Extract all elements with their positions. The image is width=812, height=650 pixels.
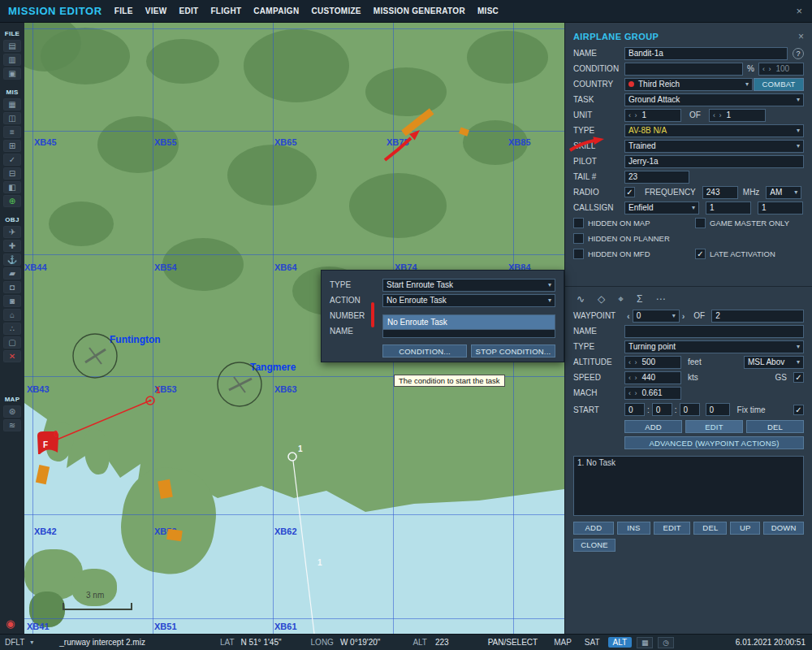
late-activation-checkbox[interactable] <box>695 249 706 259</box>
unit-count-spinner[interactable]: ‹ › 1 <box>624 109 681 122</box>
waypoint-index-dropdown[interactable]: 0 ▾ <box>633 310 680 323</box>
start-seconds-input[interactable] <box>680 403 700 416</box>
task-edit-button[interactable]: EDIT <box>654 522 690 535</box>
hidden-on-map-checkbox[interactable] <box>573 218 584 228</box>
window-close-icon[interactable]: × <box>796 5 802 17</box>
callsign-dropdown[interactable]: Enfield ▾ <box>624 202 699 214</box>
open-mission-icon[interactable]: ▥ <box>3 54 21 66</box>
waypoint-name-input[interactable] <box>624 325 804 338</box>
ship-icon[interactable]: ⚓ <box>3 254 21 266</box>
gs-checkbox[interactable] <box>793 372 804 383</box>
static-object-icon[interactable]: ◘ <box>3 281 21 293</box>
tail-number-input[interactable] <box>624 171 689 184</box>
waypoint-task-list[interactable]: 1. No Task <box>573 456 804 516</box>
white-waypoint-circle[interactable] <box>288 453 296 461</box>
record-icon[interactable]: ◉ <box>6 618 15 630</box>
pilot-input[interactable] <box>624 155 804 168</box>
task-up-button[interactable]: UP <box>730 522 760 535</box>
waypoint-edit-button[interactable]: EDIT <box>685 420 743 433</box>
spinner-arrows-icon[interactable]: ‹ › <box>628 374 638 382</box>
spinner-arrows-icon[interactable]: ‹ › <box>628 358 638 366</box>
altitude-ref-dropdown[interactable]: MSL Abov ▾ <box>744 356 804 369</box>
menu-edit[interactable]: EDIT <box>179 6 198 15</box>
fly-mission-icon[interactable]: ⊕ <box>3 195 21 207</box>
waypoint-type-dropdown[interactable]: Turning point ▾ <box>624 340 804 353</box>
skill-dropdown[interactable]: Trained ▾ <box>624 140 804 153</box>
fix-time-checkbox[interactable] <box>793 405 804 415</box>
game-master-only-checkbox[interactable] <box>695 218 706 228</box>
callsign-number-input[interactable] <box>758 202 803 214</box>
group-name-input[interactable] <box>624 47 788 60</box>
trigger-zones-icon[interactable]: ⊞ <box>3 140 21 152</box>
aircraft-type-dropdown[interactable]: AV-8B N/A ▾ <box>624 124 804 137</box>
task-dropdown[interactable]: Ground Attack ▾ <box>624 93 804 106</box>
save-mission-icon[interactable]: ▣ <box>3 67 21 80</box>
task-list-item[interactable]: 1. No Task <box>577 458 800 467</box>
hidden-on-mfd-checkbox[interactable] <box>573 249 584 259</box>
group-icon[interactable]: ∴ <box>3 323 21 335</box>
helicopter-icon[interactable]: ✚ <box>3 240 21 252</box>
combat-button[interactable]: COMBAT <box>754 78 804 91</box>
summary-tool-icon[interactable]: Σ <box>637 293 642 305</box>
route-tool-icon[interactable]: ∿ <box>577 293 585 305</box>
delete-object-icon[interactable]: ✕ <box>3 350 21 362</box>
stop-condition-button[interactable]: STOP CONDITION... <box>471 344 555 358</box>
map-view-button[interactable]: MAP <box>549 637 577 648</box>
triggers-icon[interactable]: ≡ <box>3 126 21 138</box>
speed-spinner[interactable]: ‹ › 440 <box>624 371 681 384</box>
console-icon[interactable]: ▦ <box>637 637 653 648</box>
mach-spinner[interactable]: ‹ › 0.661 <box>624 387 681 400</box>
advanced-waypoint-actions-button[interactable]: ADVANCED (WAYPOINT ACTIONS) <box>624 436 804 449</box>
menu-view[interactable]: VIEW <box>145 6 167 15</box>
prev-waypoint-icon[interactable]: ‹ <box>624 311 633 321</box>
hidden-on-planner-checkbox[interactable] <box>573 233 584 244</box>
menu-mission-generator[interactable]: MISSION GENERATOR <box>374 6 465 15</box>
target-tool-icon[interactable]: ⌖ <box>618 293 624 305</box>
start-hours-input[interactable] <box>624 403 645 416</box>
spinner-arrows-icon[interactable]: ‹ › <box>628 389 638 397</box>
start-day-input[interactable] <box>706 403 730 416</box>
task-add-button[interactable]: ADD <box>573 522 614 535</box>
start-minutes-input[interactable] <box>652 403 672 416</box>
coord-system-dropdown[interactable]: DFLT ▾ <box>5 638 33 647</box>
airplane-icon[interactable]: ✈ <box>3 226 21 238</box>
briefing-icon[interactable]: ▦ <box>3 98 21 110</box>
spinner-arrows-icon[interactable]: ‹ › <box>713 111 723 119</box>
zone-tool-icon[interactable]: ◇ <box>598 293 605 305</box>
spinner-arrows-icon[interactable]: ‹ › <box>762 65 772 73</box>
sat-view-button[interactable]: SAT <box>580 637 605 648</box>
task-down-button[interactable]: DOWN <box>763 522 804 535</box>
mission-options-icon[interactable]: ⊟ <box>3 167 21 180</box>
spinner-arrows-icon[interactable]: ‹ › <box>628 111 638 119</box>
frequency-input[interactable] <box>702 186 738 199</box>
altitude-spinner[interactable]: ‹ › 500 <box>624 356 681 369</box>
dropdown-option-selected[interactable]: No Enroute Task <box>383 315 555 329</box>
menu-flight[interactable]: FLIGHT <box>210 6 241 15</box>
menu-file[interactable]: FILE <box>114 6 133 15</box>
modulation-dropdown[interactable]: AM ▾ <box>766 186 801 199</box>
waypoint-add-button[interactable]: ADD <box>624 420 682 433</box>
measure-icon[interactable]: ≋ <box>3 419 21 431</box>
clock-icon[interactable]: ◷ <box>658 637 674 648</box>
dialog-action-dropdown[interactable]: No Enroute Task ▾ <box>382 294 555 307</box>
unit-total-spinner[interactable]: ‹ › 1 <box>709 109 766 122</box>
menu-misc[interactable]: MISC <box>477 6 499 15</box>
menu-customize[interactable]: CUSTOMIZE <box>311 6 361 15</box>
callsign-flight-input[interactable] <box>706 202 751 214</box>
condition-input[interactable] <box>624 63 743 76</box>
condition-button[interactable]: CONDITION... <box>382 344 467 358</box>
task-del-button[interactable]: DEL <box>693 522 727 535</box>
weather-icon[interactable]: ◫ <box>3 112 21 124</box>
radio-checkbox[interactable] <box>624 187 635 197</box>
farp-icon[interactable]: ⌂ <box>3 309 21 321</box>
more-tools-icon[interactable]: ⋯ <box>655 293 665 305</box>
task-clone-button[interactable]: CLONE <box>573 539 615 552</box>
dialog-type-dropdown[interactable]: Start Enroute Task ▾ <box>382 279 555 292</box>
task-ins-button[interactable]: INS <box>617 522 650 535</box>
probability-spinner[interactable]: ‹ › 100 <box>758 63 804 76</box>
mission-goals-icon[interactable]: ✓ <box>3 154 21 166</box>
waypoint-del-button[interactable]: DEL <box>746 420 804 433</box>
zone-object-icon[interactable]: ▢ <box>3 336 21 349</box>
alt-view-button[interactable]: ALT <box>608 637 633 648</box>
menu-campaign[interactable]: CAMPAIGN <box>253 6 299 15</box>
